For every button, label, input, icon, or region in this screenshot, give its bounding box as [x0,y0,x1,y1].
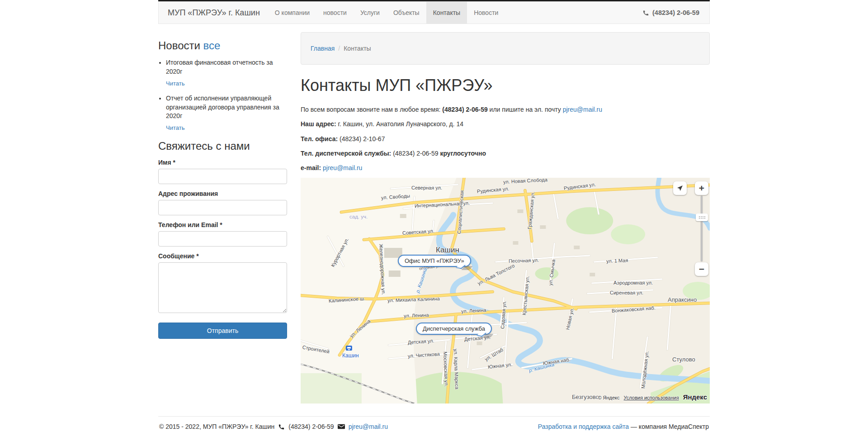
contact-form-heading: Свяжитесь с нами [158,140,287,152]
map-label: Стулово [672,356,695,363]
dispatch-phone-paragraph: Тел. диспетчерской службы: (48234) 2-06-… [301,149,710,158]
footer-phone: (48234) 2-06-59 [288,423,334,430]
content: Новости все Итоговая финансовая отчетнос… [158,32,710,404]
dispatch-label: Тел. диспетчерской службы: [301,150,391,157]
contact-form: Имя * Адрес проживания Телефон или Email… [158,159,287,339]
address-label: Адрес проживания [158,190,287,197]
footer-left: © 2015 - 2022, МУП «ПЖРЭУ» г. Кашин (482… [159,423,388,430]
map-label: Аэродромная ул. [613,280,653,285]
news-heading: Новости все [158,39,287,52]
office-phone-label: Тел. офиса: [301,135,338,142]
email-label: e-mail: [301,164,323,171]
footer-email-link[interactable]: pjreu@mail.ru [349,423,388,430]
address-label-text: Наш адрес: [301,120,336,128]
news-read-link[interactable]: Читать [166,124,184,132]
railway-station-icon [346,346,352,351]
breadcrumb-home-link[interactable]: Главная [311,45,335,52]
news-read-link[interactable]: Читать [166,80,184,88]
news-item-text: Итоговая финансовая отчетность за 2020г [166,58,287,76]
map-label: Апраксино [668,296,697,303]
breadcrumb-current: Контакты [344,45,371,52]
footer: © 2015 - 2022, МУП «ПЖРЭУ» г. Кашин (482… [158,416,710,430]
grip-dots-icon [698,215,706,219]
footer-right: Разработка и поддержка сайта — компания … [538,423,709,430]
news-item: Итоговая финансовая отчетность за 2020гЧ… [166,58,287,88]
map-balloon[interactable]: Офис МУП «ПЖРЭУ» [398,255,471,267]
name-field[interactable] [158,169,287,184]
breadcrumb: Главная/Контакты [301,32,710,65]
phone-icon [278,423,285,430]
news-title: Новости [158,39,200,52]
phone-email-label: Телефон или Email * [158,221,287,228]
map-label: Северная ул. [411,185,442,190]
message-label: Сообщение * [158,252,287,260]
office-phone-value: (48234) 2-10-67 [338,135,385,142]
intro-paragraph: По всем вопросам звоните нам в любое вре… [301,105,710,114]
map-label: ул. 1 Мая [606,258,628,264]
intro-phone: (48234) 2-06-59 [442,106,487,113]
map-label: Кашин [342,352,359,359]
geolocation-arrow-icon [676,185,684,192]
envelope-icon [338,423,345,430]
address-paragraph: Наш адрес: г. Кашин, ул. Анатолия Лунача… [301,119,710,128]
header-phone: (48234) 2-06-59 [642,2,709,24]
map-label: сад. уч. [349,214,368,219]
dispatch-roundclock: круглосуточно [440,150,486,157]
page-container: МУП «ПЖРЭУ» г. Кашин О компанииновостиУс… [158,0,710,430]
developer-suffix: — компания МедиаСпектр [629,423,709,430]
page-title: Контакты МУП «ПЖРЭУ» [301,76,710,95]
nav-item[interactable]: новости [316,2,354,24]
email-paragraph: e-mail: pjreu@mail.ru [301,163,710,172]
main-content: Главная/Контакты Контакты МУП «ПЖРЭУ» По… [301,32,710,404]
submit-button[interactable]: Отправить [158,323,287,339]
developer-link[interactable]: Разработка и поддержка сайта [538,423,629,430]
nav-item[interactable]: Объекты [387,2,426,24]
nav-item[interactable]: Контакты [426,2,467,24]
address-value: г. Кашин, ул. Анатолия Луначарского, д. … [336,120,463,128]
map-terms-link[interactable]: Условия использования [624,395,679,400]
nav-item[interactable]: Новости [467,2,505,24]
zoom-out-button[interactable]: − [695,262,708,276]
map-label: Сиреневая ул. [610,290,643,295]
nav-item[interactable]: О компании [268,2,316,24]
email-link[interactable]: pjreu@mail.ru [323,164,362,171]
map-label: Безгузово [572,394,599,400]
map-balloon[interactable]: Диспетчерская служба [416,323,492,335]
news-all-link[interactable]: все [203,39,221,52]
intro-email-link[interactable]: pjreu@mail.ru [563,106,602,113]
map-canvas [301,178,710,404]
map-copyright: © Яндекс [598,395,619,400]
message-field[interactable] [158,262,287,313]
zoom-slider-track[interactable] [701,196,703,261]
office-phone-paragraph: Тел. офиса: (48234) 2-10-67 [301,134,710,143]
news-list: Итоговая финансовая отчетность за 2020гЧ… [158,58,287,133]
header-phone-number: (48234) 2-06-59 [652,9,699,16]
name-label: Имя * [158,159,287,166]
map-label: Кашин [436,246,459,255]
geolocation-button[interactable] [673,181,687,195]
sidebar: Новости все Итоговая финансовая отчетнос… [158,32,287,404]
yandex-map[interactable]: + − © Яндекс Условия использования Яндек… [301,178,710,404]
nav-menu: О компанииновостиУслугиОбъектыКонтактыНо… [268,2,505,24]
phone-icon [642,9,649,16]
zoom-slider-handle[interactable] [696,214,708,221]
intro-middle: или пишите на эл. почту [488,106,563,113]
zoom-in-button[interactable]: + [695,181,708,195]
navbar: МУП «ПЖРЭУ» г. Кашин О компанииновостиУс… [158,1,710,24]
yandex-logo[interactable]: Яндекс [683,393,707,401]
news-item-text: Отчет об исполнении управляющей организа… [166,94,287,121]
map-attribution: © Яндекс Условия использования Яндекс [598,393,707,401]
phone-email-field[interactable] [158,231,287,247]
dispatch-value: (48234) 2-06-59 [391,150,440,157]
intro-prefix: По всем вопросам звоните нам в любое вре… [301,106,442,113]
news-item: Отчет об исполнении управляющей организа… [166,94,287,133]
breadcrumb-separator: / [338,45,340,52]
address-field[interactable] [158,200,287,215]
brand-link[interactable]: МУП «ПЖРЭУ» г. Кашин [159,2,268,24]
footer-copyright: © 2015 - 2022, МУП «ПЖРЭУ» г. Кашин [159,423,274,430]
nav-item[interactable]: Услуги [354,2,387,24]
